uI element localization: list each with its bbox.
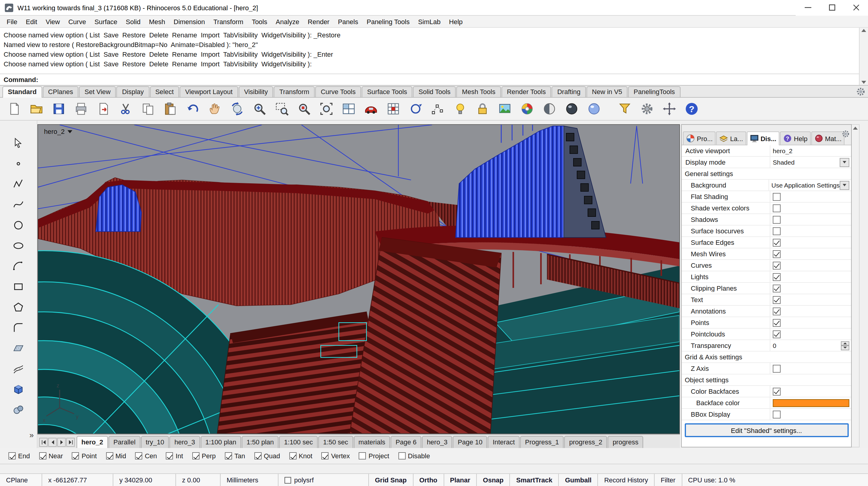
viewport-tab[interactable]: materials <box>353 436 390 448</box>
checkbox[interactable] <box>773 307 781 315</box>
tab-properties[interactable]: Pro... <box>683 131 716 145</box>
toolbar-tab[interactable]: Visibility <box>239 86 273 97</box>
status-toggle[interactable]: SmartTrack <box>510 474 559 486</box>
ellipse-icon[interactable] <box>10 239 26 253</box>
checkbox[interactable] <box>773 250 781 258</box>
toolbar-tab[interactable]: Mesh Tools <box>457 86 501 97</box>
checkbox[interactable] <box>773 273 781 281</box>
rectangle-icon[interactable] <box>10 280 26 294</box>
panel-scrollbar[interactable] <box>852 124 860 447</box>
color-swatch[interactable] <box>773 399 849 407</box>
extrude-curve-icon[interactable] <box>10 362 26 376</box>
help-icon[interactable]: ? <box>682 100 701 118</box>
status-toggle[interactable]: Ortho <box>413 474 444 486</box>
command-history[interactable]: Choose named view option ( List Save Res… <box>0 28 868 73</box>
osnap-toggle[interactable]: Knot <box>289 452 312 459</box>
toolbar-tab[interactable]: Surface Tools <box>362 86 412 97</box>
status-toggle[interactable]: Record History <box>598 474 655 486</box>
edit-shaded-settings-button[interactable]: Edit "Shaded" settings... <box>684 423 848 437</box>
settings-gear-icon[interactable] <box>638 100 656 118</box>
osnap-toggle[interactable]: Cen <box>135 452 157 459</box>
viewport-tab[interactable]: Page 6 <box>391 436 421 448</box>
red-car-icon[interactable] <box>362 100 380 118</box>
osnap-toggle[interactable]: Mid <box>106 452 126 459</box>
spinner-control[interactable] <box>841 341 849 350</box>
spheres-icon[interactable] <box>10 403 26 417</box>
viewport-tab[interactable]: Parallel <box>108 436 140 448</box>
polyline-icon[interactable] <box>10 177 26 191</box>
viewport-layout-icon[interactable] <box>339 100 358 118</box>
menu-item[interactable]: Tools <box>247 17 271 26</box>
spin-up-icon[interactable] <box>841 341 849 345</box>
toolbar-tab[interactable]: Select <box>150 86 179 97</box>
maximize-button[interactable] <box>820 0 844 16</box>
surface-plane-icon[interactable] <box>10 341 26 355</box>
polygon-icon[interactable] <box>10 300 26 314</box>
viewport-tab[interactable]: Interact <box>488 436 520 448</box>
toolbar-tab[interactable]: Set View <box>79 86 116 97</box>
spin-down-icon[interactable] <box>841 345 849 350</box>
status-toggle[interactable]: Filter <box>655 474 682 486</box>
viewport-tab[interactable]: Page 10 <box>453 436 487 448</box>
zoom-extents-icon[interactable] <box>317 100 335 118</box>
viewport-tab[interactable]: progress_2 <box>564 436 607 448</box>
orbit-icon[interactable] <box>406 100 424 118</box>
open-file-icon[interactable] <box>27 100 45 118</box>
zoom-dynamic-icon[interactable] <box>250 100 268 118</box>
arc-icon[interactable] <box>10 259 26 273</box>
shaded-viewport-icon[interactable] <box>540 100 558 118</box>
zoom-selected-icon[interactable] <box>295 100 313 118</box>
pan-hand-icon[interactable] <box>206 100 224 118</box>
viewport-hero-2[interactable]: hero_2 <box>37 124 680 434</box>
status-toggle[interactable]: Gumball <box>559 474 598 486</box>
close-button[interactable] <box>844 0 868 16</box>
menu-item[interactable]: SimLab <box>414 17 445 26</box>
copy-icon[interactable] <box>138 100 157 118</box>
tab-display[interactable]: Dis... <box>747 131 779 145</box>
menu-item[interactable]: Solid <box>121 17 145 26</box>
box-icon[interactable] <box>10 382 26 396</box>
ghosted-viewport-icon[interactable] <box>585 100 603 118</box>
menu-item[interactable]: Edit <box>22 17 41 26</box>
viewport-tab[interactable]: Progress_1 <box>520 436 564 448</box>
rotate-view-icon[interactable] <box>228 100 246 118</box>
cut-icon[interactable] <box>116 100 134 118</box>
print-icon[interactable] <box>72 100 90 118</box>
current-layer[interactable]: polysrf <box>278 474 369 486</box>
toolbar-tab[interactable]: CPlanes <box>42 86 79 97</box>
cplane-grid-icon[interactable] <box>384 100 402 118</box>
menu-item[interactable]: Analyze <box>272 17 304 26</box>
checkbox[interactable] <box>773 262 781 269</box>
toolbar-tab[interactable]: Drafting <box>552 86 586 97</box>
color-wheel-icon[interactable] <box>518 100 536 118</box>
command-scrollbar[interactable] <box>859 28 868 85</box>
scroll-up-icon[interactable] <box>853 127 858 130</box>
menu-item[interactable]: Help <box>445 17 467 26</box>
checkbox[interactable] <box>773 239 781 246</box>
osnap-toggle[interactable]: End <box>8 452 30 459</box>
status-toggle[interactable]: Grid Snap <box>369 474 413 486</box>
menu-item[interactable]: View <box>41 17 64 26</box>
next-tab-icon[interactable] <box>57 438 66 447</box>
checkbox[interactable] <box>773 296 781 304</box>
undo-icon[interactable] <box>183 100 201 118</box>
checkbox[interactable] <box>773 387 781 395</box>
osnap-toggle[interactable]: Disable <box>398 452 430 459</box>
osnap-toggle[interactable]: Point <box>72 452 97 459</box>
viewport-tab[interactable]: 1:100 plan <box>200 436 241 448</box>
toolbar-tab[interactable]: Curve Tools <box>315 86 361 97</box>
viewport-tab[interactable]: hero_3 <box>422 436 453 448</box>
export-document-icon[interactable] <box>94 100 112 118</box>
osnap-toggle[interactable]: Near <box>39 452 63 459</box>
command-prompt[interactable]: Command: <box>0 73 868 85</box>
units-indicator[interactable]: Millimeters <box>221 474 278 486</box>
toolbar-tab[interactable]: Render Tools <box>501 86 551 97</box>
fillet-corner-icon[interactable] <box>10 321 26 335</box>
toolbar-tab[interactable]: Standard <box>2 86 42 98</box>
checkbox[interactable] <box>773 330 781 338</box>
select-arrow-icon[interactable] <box>10 136 26 150</box>
status-toggle[interactable]: Osnap <box>477 474 510 486</box>
toolbar-tab[interactable]: Display <box>117 86 149 97</box>
circle-icon[interactable] <box>10 218 26 232</box>
viewport-title[interactable]: hero_2 <box>44 128 73 135</box>
